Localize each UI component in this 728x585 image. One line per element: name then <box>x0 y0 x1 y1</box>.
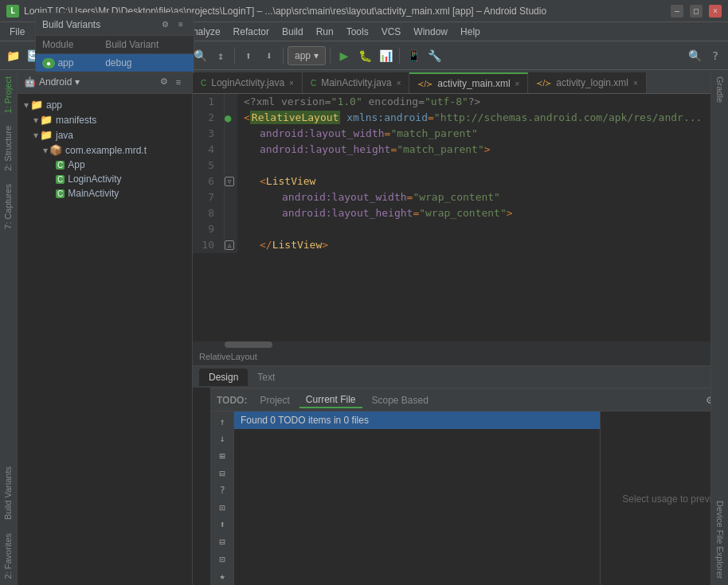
sidebar-item-device-explorer[interactable]: Device File Explorer <box>711 494 728 585</box>
gutter-9 <box>225 221 237 237</box>
design-tab-design[interactable]: Design <box>199 369 248 386</box>
todo-content: ↑ ↓ ⊞ ⊟ ? ⊡ ⬆ ⊟ ⊡ ★ Found 0 TODO items i… <box>210 411 728 585</box>
editor-tab-activity-main[interactable]: ≺/≻ activity_main.xml × <box>409 72 528 93</box>
tree-item-manifests[interactable]: ▾ 📁 manifests <box>18 112 192 127</box>
search-everywhere[interactable]: 🔍 <box>685 46 704 65</box>
tree-item-app-class[interactable]: C App <box>18 158 192 172</box>
editor-tab-loginactivity[interactable]: C LoginActivity.java × <box>193 72 303 93</box>
todo-result-text: Found 0 TODO items in 0 files <box>241 415 369 426</box>
gutter-7 <box>225 189 237 205</box>
close-button[interactable]: × <box>709 5 722 18</box>
sidebar-item-build-variants[interactable]: Build Variants <box>0 460 17 526</box>
todo-filter-btn[interactable]: ? <box>213 483 231 497</box>
todo-expand-all-btn[interactable]: ⊞ <box>213 449 231 463</box>
tab-close-mainactivity[interactable]: × <box>397 79 401 88</box>
run-button[interactable]: ▶ <box>335 46 354 65</box>
menu-refactor[interactable]: Refactor <box>227 25 276 39</box>
tag-name-6: ListView <box>266 175 316 187</box>
todo-view-btn[interactable]: ⊡ <box>213 501 231 515</box>
debug-button[interactable]: 🐛 <box>355 46 374 65</box>
help-button[interactable]: ? <box>706 46 725 65</box>
gutter-5 <box>225 158 237 174</box>
line-num-8: 8 <box>193 205 225 221</box>
code-line-9: 9 <box>193 221 728 237</box>
bv-row-app[interactable]: ● app debug <box>36 54 194 72</box>
minimize-button[interactable]: – <box>671 5 683 18</box>
menu-vcs[interactable]: VCS <box>375 25 408 39</box>
class-icon-login: C <box>56 175 65 184</box>
toolbar-sep-5 <box>283 48 284 64</box>
tree-item-java[interactable]: ▾ 📁 java <box>18 127 192 142</box>
todo-group-btn[interactable]: ⊟ <box>213 535 231 549</box>
design-tab-text[interactable]: Text <box>248 369 284 386</box>
todo-tab-currentfile[interactable]: Current File <box>299 392 362 408</box>
tag-name-close-10: ListView <box>272 239 323 251</box>
maximize-button[interactable]: □ <box>690 5 703 18</box>
sidebar-item-project[interactable]: 1: Project <box>0 70 17 119</box>
sidebar-item-gradle[interactable]: Gradle <box>711 70 728 109</box>
project-collapse-icon[interactable]: ≡ <box>171 75 186 89</box>
tree-item-app[interactable]: ▾ 📁 app <box>18 97 192 112</box>
app-selector[interactable]: app ▾ <box>288 46 326 65</box>
menu-window[interactable]: Window <box>407 25 454 39</box>
h-scrollbar[interactable] <box>193 341 728 348</box>
todo-filter2-btn[interactable]: ⊡ <box>213 552 231 567</box>
menu-help[interactable]: Help <box>454 25 487 39</box>
toolbar-project-icon[interactable]: 📁 <box>3 46 22 65</box>
sidebar-item-captures[interactable]: 7: Captures <box>0 177 17 236</box>
todo-star-btn[interactable]: ★ <box>213 569 231 583</box>
tab-label-activity-login: activity_login.xml <box>556 77 628 88</box>
sidebar-item-favorites[interactable]: 2: Favorites <box>0 527 17 585</box>
gutter-4 <box>225 142 237 158</box>
menu-tools[interactable]: Tools <box>340 25 375 39</box>
bv-variant-debug[interactable]: debug <box>99 54 194 72</box>
tree-item-package[interactable]: ▾ 📦 com.example.mrd.t <box>18 142 192 158</box>
gutter-10: ▵ <box>225 237 237 253</box>
todo-collapse-all-btn[interactable]: ⊟ <box>213 466 231 481</box>
sidebar-item-structure[interactable]: 2: Structure <box>0 119 17 177</box>
project-settings-icon[interactable]: ⚙ <box>157 75 171 89</box>
menu-run[interactable]: Run <box>310 25 340 39</box>
toolbar-sep-7 <box>399 48 400 64</box>
tab-label-loginactivity: LoginActivity.java <box>211 77 284 88</box>
tree-label-java: java <box>56 130 73 141</box>
todo-panel: TODO: Project Current File Scope Based ⚙… <box>210 388 728 585</box>
menu-file[interactable]: File <box>3 25 31 39</box>
line-content-5 <box>237 158 728 174</box>
profile-button[interactable]: 📊 <box>376 46 395 65</box>
menu-build[interactable]: Build <box>276 25 310 39</box>
todo-item-result[interactable]: Found 0 TODO items in 0 files <box>234 411 600 429</box>
app-icon: L <box>6 5 19 18</box>
line-num-2: 2 <box>193 110 225 126</box>
tree-item-loginactivity[interactable]: C LoginActivity <box>18 172 192 186</box>
vert-tabs-right: Gradle Device File Explorer <box>710 70 728 585</box>
bv-settings-icon[interactable]: ⚙ <box>159 18 171 31</box>
sdk-button[interactable]: 🔧 <box>425 46 444 65</box>
editor-tab-activity-login[interactable]: ≺/≻ activity_login.xml × <box>528 72 646 93</box>
tree-label-loginactivity: LoginActivity <box>68 174 121 185</box>
android-icon: 🤖 <box>24 76 36 88</box>
tab-close-activity-login[interactable]: × <box>633 79 638 88</box>
tab-close-loginactivity[interactable]: × <box>289 79 294 88</box>
toolbar-vcs-down[interactable]: ⬇ <box>260 46 279 65</box>
todo-tab-scopebased[interactable]: Scope Based <box>366 393 435 408</box>
attr-val-2: "http://schemas.android.com/apk/res/andr… <box>434 111 703 123</box>
editor-tab-mainactivity[interactable]: C MainActivity.java × <box>303 72 410 93</box>
todo-down-btn[interactable]: ↓ <box>213 432 231 447</box>
bv-collapse-icon[interactable]: ≡ <box>174 18 187 31</box>
todo-up-btn[interactable]: ↑ <box>213 415 231 429</box>
todo-export-btn[interactable]: ⬆ <box>213 518 231 532</box>
indent-10 <box>244 239 260 251</box>
todo-preview: Select usage to preview <box>601 411 728 585</box>
tree-item-mainactivity[interactable]: C MainActivity <box>18 186 192 201</box>
fold-icon-10[interactable]: ▵ <box>225 240 234 250</box>
todo-tab-project[interactable]: Project <box>253 393 296 408</box>
fold-icon-6[interactable]: ▿ <box>225 177 234 186</box>
code-editor[interactable]: 1 <?xml version="1.0" encoding="utf-8"?>… <box>193 94 728 348</box>
tab-close-activity-main[interactable]: × <box>515 80 520 88</box>
toolbar-vcs[interactable]: ⬆ <box>239 46 258 65</box>
android-selector[interactable]: 🤖 Android ▾ <box>24 76 80 88</box>
attr-name-8: android:layout_height <box>282 207 413 219</box>
toolbar-replace[interactable]: ↕ <box>211 46 230 65</box>
avd-button[interactable]: 📱 <box>404 46 423 65</box>
